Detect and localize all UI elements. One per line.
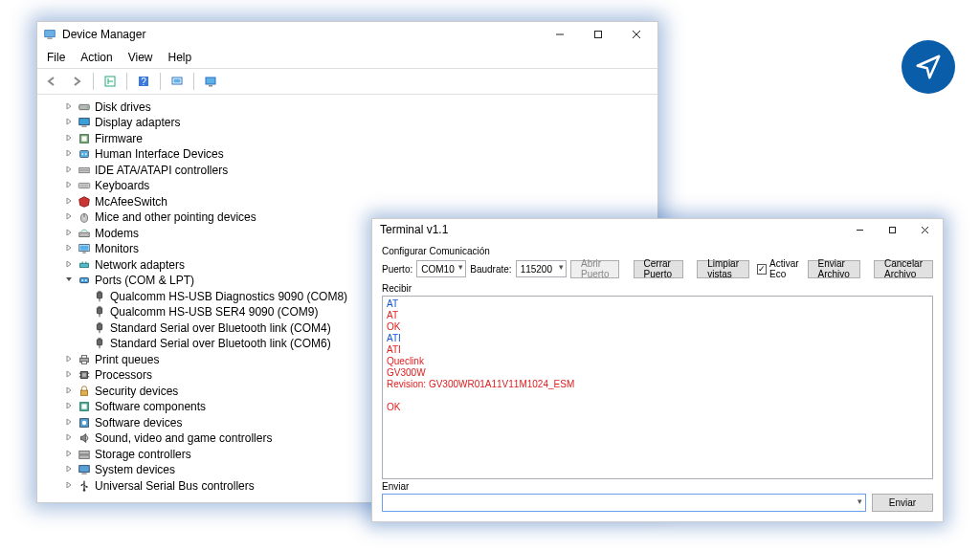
recv-line: AT	[387, 298, 928, 310]
chevron-right-icon[interactable]	[62, 418, 76, 428]
back-button[interactable]	[41, 71, 62, 92]
chevron-right-icon[interactable]	[62, 386, 76, 396]
svg-rect-49	[97, 323, 101, 329]
toolbar-separator	[160, 73, 161, 90]
menu-view[interactable]: View	[126, 49, 155, 66]
tree-item[interactable]: Firmware	[62, 131, 648, 146]
tree-item[interactable]: Keyboards	[62, 178, 648, 193]
tree-item-label: Keyboards	[95, 179, 149, 192]
svg-point-70	[82, 420, 86, 424]
enviar-button[interactable]: Enviar	[872, 494, 933, 512]
chevron-right-icon[interactable]	[62, 450, 76, 459]
chevron-right-icon[interactable]	[62, 134, 76, 143]
chevron-right-icon[interactable]	[62, 260, 76, 270]
recibir-label: Recibir	[382, 283, 933, 294]
softcomp-icon	[78, 400, 91, 413]
svg-rect-38	[80, 277, 89, 282]
chevron-right-icon[interactable]	[62, 402, 76, 411]
svg-point-40	[85, 279, 87, 281]
recv-line: Queclink	[387, 356, 928, 367]
svg-rect-26	[78, 183, 89, 187]
svg-rect-71	[79, 451, 90, 454]
tree-item[interactable]: McAfeeSwitch	[62, 194, 648, 209]
chevron-right-icon[interactable]	[62, 244, 76, 253]
network-icon	[78, 258, 91, 272]
maximize-button[interactable]	[579, 22, 617, 47]
tree-item[interactable]: Human Interface Devices	[62, 146, 648, 162]
recv-line: ATI	[387, 344, 928, 356]
svg-rect-14	[209, 85, 212, 87]
menu-help[interactable]: Help	[167, 49, 194, 66]
forward-button[interactable]	[66, 71, 87, 92]
svg-text:?: ?	[141, 77, 146, 87]
chevron-right-icon[interactable]	[62, 165, 76, 175]
monitor-icon	[78, 242, 91, 255]
scan-hardware-button[interactable]	[167, 71, 188, 92]
limpiar-vistas-button[interactable]: Limpiar vistas	[697, 260, 749, 278]
display-icon	[78, 116, 91, 129]
tree-item-label: Qualcomm HS-USB Diagnostics 9090 (COM8)	[110, 290, 347, 303]
tree-item[interactable]: Disk drives	[62, 99, 648, 115]
chevron-right-icon[interactable]	[62, 118, 76, 127]
activar-eco-checkbox[interactable]: ✓ Activar Eco	[757, 258, 800, 279]
svg-rect-17	[79, 119, 90, 125]
tree-item-label: Modems	[95, 227, 139, 240]
cerrar-puerto-button[interactable]: Cerrar Puerto	[634, 260, 684, 278]
tree-item-label: McAfeeSwitch	[95, 195, 167, 209]
tree-item-label: Software components	[95, 400, 206, 413]
menu-file[interactable]: File	[45, 49, 67, 66]
chevron-right-icon[interactable]	[62, 149, 76, 159]
terminal-title: Terminal v1.1	[380, 223, 843, 236]
tree-item-label: Mice and other pointing devices	[95, 210, 256, 224]
terminal-maximize-button[interactable]	[876, 219, 908, 240]
tree-item-label: Display adapters	[95, 116, 180, 129]
recibir-box[interactable]: ATATOKATIATIQueclinkGV300WRevision: GV30…	[382, 296, 933, 479]
svg-rect-18	[81, 126, 86, 127]
close-button[interactable]	[617, 22, 656, 47]
chevron-right-icon[interactable]	[62, 370, 76, 380]
svg-rect-13	[206, 77, 215, 84]
logo-badge	[902, 40, 955, 94]
tree-item-label: Disk drives	[95, 100, 151, 114]
svg-rect-33	[80, 246, 89, 251]
enviar-archivo-button[interactable]: Enviar Archivo	[808, 260, 860, 278]
cancelar-archivo-button[interactable]: Cancelar Archivo	[874, 260, 933, 278]
window-controls	[541, 22, 656, 47]
tree-item-label: Storage controllers	[95, 448, 191, 461]
puerto-label: Puerto:	[382, 264, 412, 275]
chevron-down-icon[interactable]	[62, 276, 76, 285]
chevron-right-icon[interactable]	[62, 102, 76, 112]
svg-rect-74	[81, 474, 86, 474]
chevron-right-icon[interactable]	[62, 465, 76, 474]
chevron-right-icon[interactable]	[62, 212, 76, 222]
paper-plane-icon	[914, 53, 943, 81]
tree-item[interactable]: Display adapters	[62, 115, 648, 130]
tree-item-label: Network adapters	[95, 258, 185, 272]
tree-item[interactable]: IDE ATA/ATAPI controllers	[62, 163, 648, 178]
chevron-right-icon[interactable]	[62, 229, 76, 238]
firmware-icon	[78, 132, 91, 145]
chevron-right-icon[interactable]	[62, 481, 76, 491]
menu-action[interactable]: Action	[78, 49, 114, 66]
enviar-input[interactable]	[382, 494, 866, 512]
puerto-combo[interactable]: COM10	[416, 260, 466, 277]
properties-button[interactable]	[200, 71, 221, 92]
svg-rect-45	[97, 308, 101, 314]
terminal-minimize-button[interactable]	[843, 219, 876, 240]
chevron-right-icon[interactable]	[62, 433, 76, 443]
minimize-button[interactable]	[541, 22, 579, 47]
svg-rect-58	[81, 355, 86, 358]
terminal-close-button[interactable]	[908, 219, 941, 240]
chevron-right-icon[interactable]	[62, 197, 76, 207]
plug-icon	[93, 321, 106, 335]
help-button[interactable]: ?	[133, 71, 154, 92]
baudrate-combo[interactable]: 115200	[516, 260, 567, 277]
chevron-right-icon[interactable]	[62, 181, 76, 190]
checkbox-icon: ✓	[757, 264, 767, 275]
show-hide-tree-button[interactable]	[100, 71, 121, 92]
svg-rect-72	[79, 454, 90, 458]
config-row: Puerto: COM10 Baudrate: 115200 Abrir Pue…	[382, 258, 933, 279]
plug-icon	[93, 337, 106, 350]
abrir-puerto-button[interactable]: Abrir Puerto	[570, 260, 619, 278]
chevron-right-icon[interactable]	[62, 355, 76, 364]
